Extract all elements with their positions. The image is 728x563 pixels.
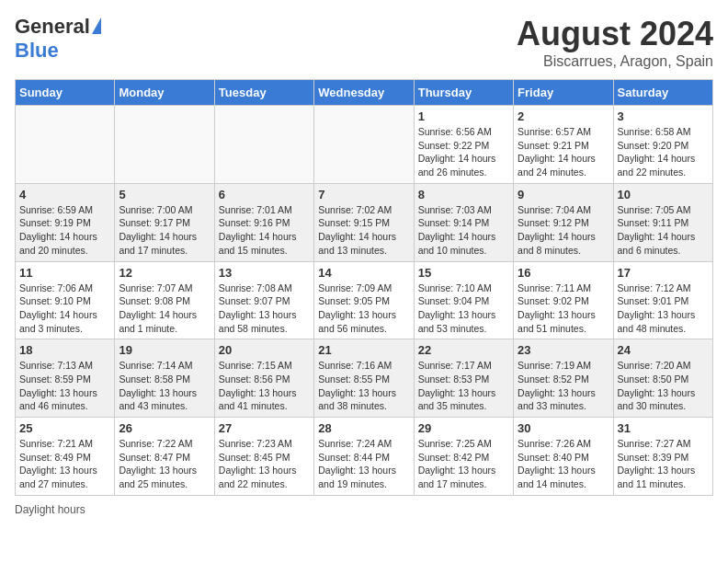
- calendar-header-row: SundayMondayTuesdayWednesdayThursdayFrid…: [16, 80, 713, 106]
- day-info: Sunrise: 6:58 AMSunset: 9:20 PMDaylight:…: [618, 125, 709, 179]
- day-number: 15: [418, 266, 509, 280]
- day-info: Sunrise: 7:00 AMSunset: 9:17 PMDaylight:…: [119, 203, 210, 258]
- day-number: 6: [219, 188, 310, 201]
- day-number: 21: [318, 343, 409, 357]
- logo-general: General: [15, 15, 90, 39]
- day-info: Sunrise: 7:16 AMSunset: 8:55 PMDaylight:…: [318, 359, 409, 413]
- day-number: 13: [219, 266, 310, 280]
- calendar-cell: 20Sunrise: 7:15 AMSunset: 8:56 PMDayligh…: [214, 339, 313, 418]
- day-info: Sunrise: 7:25 AMSunset: 8:42 PMDaylight:…: [418, 437, 509, 491]
- day-number: 16: [518, 266, 609, 280]
- calendar-cell: [16, 106, 115, 184]
- calendar-day-header: Sunday: [16, 80, 115, 106]
- day-info: Sunrise: 7:22 AMSunset: 8:47 PMDaylight:…: [119, 437, 210, 491]
- day-number: 25: [19, 421, 110, 435]
- logo-blue: Blue: [15, 39, 59, 62]
- day-info: Sunrise: 7:21 AMSunset: 8:49 PMDaylight:…: [19, 437, 110, 491]
- calendar-cell: [115, 106, 214, 184]
- day-info: Sunrise: 7:05 AMSunset: 9:11 PMDaylight:…: [618, 203, 709, 258]
- day-number: 14: [318, 266, 409, 280]
- calendar-cell: 22Sunrise: 7:17 AMSunset: 8:53 PMDayligh…: [414, 339, 513, 418]
- day-info: Sunrise: 7:15 AMSunset: 8:56 PMDaylight:…: [219, 359, 310, 413]
- calendar-cell: 19Sunrise: 7:14 AMSunset: 8:58 PMDayligh…: [115, 339, 214, 418]
- day-number: 12: [119, 266, 210, 280]
- calendar-cell: [214, 106, 313, 184]
- calendar-cell: 3Sunrise: 6:58 AMSunset: 9:20 PMDaylight…: [613, 106, 712, 184]
- day-number: 26: [119, 421, 210, 435]
- calendar-cell: 9Sunrise: 7:04 AMSunset: 9:12 PMDaylight…: [514, 183, 613, 261]
- day-number: 4: [19, 188, 110, 201]
- calendar-cell: 31Sunrise: 7:27 AMSunset: 8:39 PMDayligh…: [613, 418, 712, 496]
- day-number: 22: [418, 343, 509, 357]
- calendar-cell: 7Sunrise: 7:02 AMSunset: 9:15 PMDaylight…: [314, 183, 414, 261]
- calendar-title: August 2024: [517, 15, 713, 53]
- calendar-day-header: Saturday: [613, 80, 712, 106]
- calendar-cell: 27Sunrise: 7:23 AMSunset: 8:45 PMDayligh…: [214, 418, 313, 496]
- calendar-week-row: 18Sunrise: 7:13 AMSunset: 8:59 PMDayligh…: [16, 339, 713, 418]
- calendar-cell: 5Sunrise: 7:00 AMSunset: 9:17 PMDaylight…: [115, 183, 214, 261]
- footer: Daylight hours: [15, 503, 713, 516]
- calendar-cell: 13Sunrise: 7:08 AMSunset: 9:07 PMDayligh…: [214, 261, 313, 339]
- logo-arrow-icon: [92, 17, 101, 34]
- calendar-cell: 18Sunrise: 7:13 AMSunset: 8:59 PMDayligh…: [16, 339, 115, 418]
- calendar-day-header: Monday: [115, 80, 214, 106]
- day-info: Sunrise: 7:02 AMSunset: 9:15 PMDaylight:…: [318, 203, 409, 258]
- day-info: Sunrise: 7:27 AMSunset: 8:39 PMDaylight:…: [618, 437, 709, 491]
- day-number: 28: [318, 421, 409, 435]
- calendar-cell: 8Sunrise: 7:03 AMSunset: 9:14 PMDaylight…: [414, 183, 513, 261]
- calendar-day-header: Tuesday: [214, 80, 313, 106]
- calendar-week-row: 4Sunrise: 6:59 AMSunset: 9:19 PMDaylight…: [16, 183, 713, 261]
- calendar-table: SundayMondayTuesdayWednesdayThursdayFrid…: [15, 79, 713, 496]
- calendar-day-header: Thursday: [414, 80, 513, 106]
- day-number: 27: [219, 421, 310, 435]
- day-number: 23: [518, 343, 609, 357]
- day-number: 7: [318, 188, 409, 201]
- calendar-cell: 11Sunrise: 7:06 AMSunset: 9:10 PMDayligh…: [16, 261, 115, 339]
- day-number: 10: [618, 188, 709, 201]
- day-info: Sunrise: 6:59 AMSunset: 9:19 PMDaylight:…: [19, 203, 110, 258]
- day-info: Sunrise: 7:03 AMSunset: 9:14 PMDaylight:…: [418, 203, 509, 258]
- day-number: 20: [219, 343, 310, 357]
- daylight-label: Daylight hours: [15, 503, 85, 516]
- day-number: 24: [618, 343, 709, 357]
- calendar-cell: 29Sunrise: 7:25 AMSunset: 8:42 PMDayligh…: [414, 418, 513, 496]
- day-info: Sunrise: 7:17 AMSunset: 8:53 PMDaylight:…: [418, 359, 509, 413]
- day-info: Sunrise: 7:04 AMSunset: 9:12 PMDaylight:…: [518, 203, 609, 258]
- day-info: Sunrise: 7:01 AMSunset: 9:16 PMDaylight:…: [219, 203, 310, 258]
- calendar-cell: 16Sunrise: 7:11 AMSunset: 9:02 PMDayligh…: [514, 261, 613, 339]
- day-info: Sunrise: 7:11 AMSunset: 9:02 PMDaylight:…: [518, 282, 609, 336]
- day-info: Sunrise: 7:13 AMSunset: 8:59 PMDaylight:…: [19, 359, 110, 413]
- day-number: 19: [119, 343, 210, 357]
- calendar-subtitle: Biscarrues, Aragon, Spain: [517, 53, 713, 70]
- day-number: 11: [19, 266, 110, 280]
- day-info: Sunrise: 7:14 AMSunset: 8:58 PMDaylight:…: [119, 359, 210, 413]
- calendar-cell: 6Sunrise: 7:01 AMSunset: 9:16 PMDaylight…: [214, 183, 313, 261]
- day-info: Sunrise: 7:23 AMSunset: 8:45 PMDaylight:…: [219, 437, 310, 491]
- calendar-cell: 25Sunrise: 7:21 AMSunset: 8:49 PMDayligh…: [16, 418, 115, 496]
- calendar-cell: 28Sunrise: 7:24 AMSunset: 8:44 PMDayligh…: [314, 418, 414, 496]
- day-info: Sunrise: 7:24 AMSunset: 8:44 PMDaylight:…: [318, 437, 409, 491]
- day-number: 29: [418, 421, 509, 435]
- calendar-week-row: 1Sunrise: 6:56 AMSunset: 9:22 PMDaylight…: [16, 106, 713, 184]
- calendar-cell: 4Sunrise: 6:59 AMSunset: 9:19 PMDaylight…: [16, 183, 115, 261]
- header: General Blue August 2024 Biscarrues, Ara…: [15, 15, 713, 70]
- calendar-cell: 23Sunrise: 7:19 AMSunset: 8:52 PMDayligh…: [514, 339, 613, 418]
- calendar-day-header: Friday: [514, 80, 613, 106]
- day-info: Sunrise: 7:19 AMSunset: 8:52 PMDaylight:…: [518, 359, 609, 413]
- logo: General Blue: [15, 15, 101, 63]
- day-info: Sunrise: 7:26 AMSunset: 8:40 PMDaylight:…: [518, 437, 609, 491]
- calendar-cell: 15Sunrise: 7:10 AMSunset: 9:04 PMDayligh…: [414, 261, 513, 339]
- calendar-cell: 21Sunrise: 7:16 AMSunset: 8:55 PMDayligh…: [314, 339, 414, 418]
- day-info: Sunrise: 7:10 AMSunset: 9:04 PMDaylight:…: [418, 282, 509, 336]
- day-info: Sunrise: 7:12 AMSunset: 9:01 PMDaylight:…: [618, 282, 709, 336]
- calendar-cell: 12Sunrise: 7:07 AMSunset: 9:08 PMDayligh…: [115, 261, 214, 339]
- day-number: 9: [518, 188, 609, 201]
- calendar-week-row: 11Sunrise: 7:06 AMSunset: 9:10 PMDayligh…: [16, 261, 713, 339]
- title-area: August 2024 Biscarrues, Aragon, Spain: [517, 15, 713, 70]
- calendar-cell: 14Sunrise: 7:09 AMSunset: 9:05 PMDayligh…: [314, 261, 414, 339]
- day-number: 1: [418, 109, 509, 123]
- day-info: Sunrise: 7:09 AMSunset: 9:05 PMDaylight:…: [318, 282, 409, 336]
- calendar-cell: [314, 106, 414, 184]
- day-number: 30: [518, 421, 609, 435]
- day-info: Sunrise: 7:20 AMSunset: 8:50 PMDaylight:…: [618, 359, 709, 413]
